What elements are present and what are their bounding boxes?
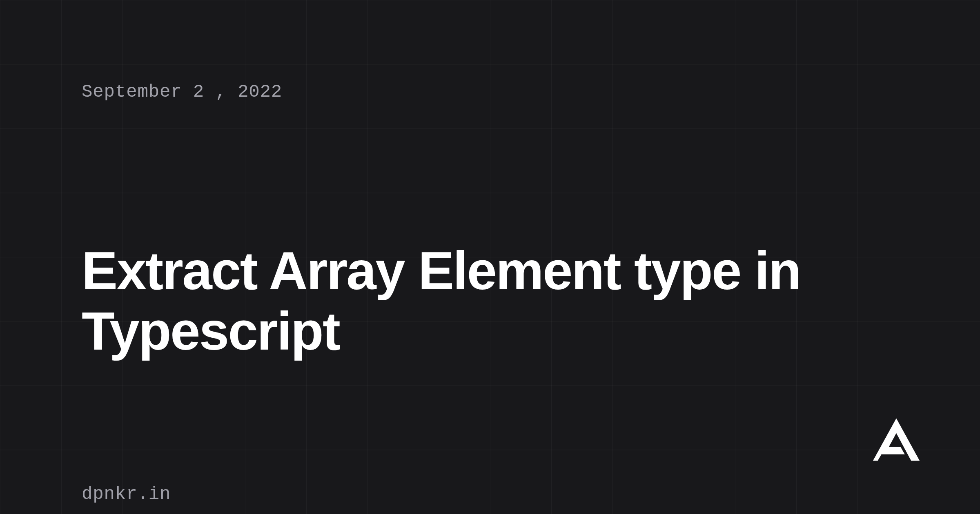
site-logo-icon <box>870 414 923 467</box>
article-title: Extract Array Element type in Typescript <box>82 241 898 361</box>
site-domain: dpnkr.in <box>82 484 898 504</box>
card-container: September 2 , 2022 Extract Array Element… <box>0 0 980 514</box>
publish-date: September 2 , 2022 <box>82 82 898 102</box>
